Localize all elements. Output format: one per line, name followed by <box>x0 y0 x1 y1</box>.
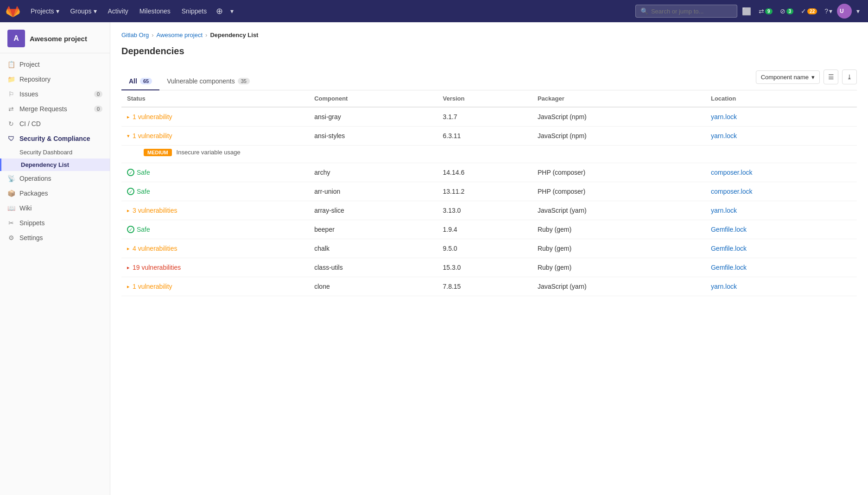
nav-groups[interactable]: Groups ▾ <box>66 6 101 17</box>
sidebar-item-snippets[interactable]: ✂ Snippets <box>0 216 110 230</box>
nav-projects[interactable]: Projects ▾ <box>26 6 64 17</box>
table-row: ▸ 3 vulnerabilities array-slice3.13.0Jav… <box>121 201 857 220</box>
sort-dropdown[interactable]: Component name ▾ <box>756 70 820 84</box>
vulnerability-detail-row: MEDIUMInsecure variable usage <box>121 146 857 163</box>
location-cell: yarn.lock <box>705 127 857 146</box>
breadcrumb: Gitlab Org › Awesome project › Dependenc… <box>121 32 857 38</box>
breadcrumb-project[interactable]: Awesome project <box>157 32 203 38</box>
breadcrumb-current: Dependency List <box>210 32 258 38</box>
location-cell: Gemfile.lock <box>705 258 857 277</box>
vulnerability-link[interactable]: ▸ 19 vulnerabilities <box>127 264 303 271</box>
location-link[interactable]: yarn.lock <box>711 207 737 214</box>
nav-milestones[interactable]: Milestones <box>135 6 175 17</box>
table-row: ✓ Safe archy14.14.6PHP (composer)compose… <box>121 163 857 182</box>
packager-cell: JavaScript (npm) <box>532 107 705 127</box>
nav-snippets[interactable]: Snippets <box>177 6 211 17</box>
component-cell: ansi-styles <box>309 127 437 146</box>
toolbar: Component name ▾ ☰ ⤓ <box>756 64 857 90</box>
sidebar-nav: 📋 Project 📁 Repository ⚐ Issues 0 ⇄ Merg… <box>0 53 110 249</box>
sidebar-item-ci-cd[interactable]: ↻ CI / CD <box>0 116 110 131</box>
safe-icon: ✓ <box>127 169 134 176</box>
sidebar-item-security[interactable]: 🛡 Security & Compliance <box>0 131 110 146</box>
status-cell: ✓ Safe <box>121 163 309 182</box>
sidebar-item-repository[interactable]: 📁 Repository <box>0 72 110 87</box>
sidebar-subitem-security-dashboard[interactable]: Security Dashboard <box>0 146 110 159</box>
vulnerability-description: Insecure variable usage <box>177 149 241 156</box>
export-button[interactable]: ⤓ <box>842 70 857 84</box>
vulnerability-detail-cell: MEDIUMInsecure variable usage <box>121 146 857 163</box>
nav-issues-icon[interactable]: ⊕ <box>213 4 226 18</box>
table-row: ▸ 19 vulnerabilities class-utils15.3.0Ru… <box>121 258 857 277</box>
sidebar-item-operations[interactable]: 📡 Operations <box>0 171 110 186</box>
col-status: Status <box>121 90 309 107</box>
search-input[interactable] <box>651 8 732 15</box>
sidebar-item-wiki[interactable]: 📖 Wiki <box>0 201 110 216</box>
location-cell: composer.lock <box>705 163 857 182</box>
status-cell: ✓ Safe <box>121 182 309 201</box>
col-packager: Packager <box>532 90 705 107</box>
location-cell: Gemfile.lock <box>705 220 857 239</box>
nav-user-avatar[interactable]: U <box>837 4 852 19</box>
nav-issues-badge[interactable]: ⊘ 3 <box>777 6 797 17</box>
status-cell: ▸ 4 vulnerabilities <box>121 239 309 258</box>
sidebar-item-project[interactable]: 📋 Project <box>0 57 110 72</box>
nav-terminal-icon[interactable]: ⬜ <box>739 5 754 18</box>
filter-button[interactable]: ☰ <box>824 70 838 84</box>
global-search[interactable]: 🔍 <box>635 5 737 18</box>
project-avatar: A <box>7 30 25 47</box>
safe-badge: ✓ Safe <box>127 188 303 195</box>
search-icon: 🔍 <box>640 7 648 15</box>
sidebar-subitem-dependency-list[interactable]: Dependency List <box>0 159 110 171</box>
location-link[interactable]: composer.lock <box>711 188 752 195</box>
snippets-icon: ✂ <box>7 219 15 227</box>
vulnerability-link[interactable]: ▸ 4 vulnerabilities <box>127 245 303 252</box>
status-cell: ▸ 1 vulnerability <box>121 277 309 296</box>
vulnerability-link[interactable]: ▾ 1 vulnerability <box>127 132 303 140</box>
location-link[interactable]: yarn.lock <box>711 283 737 290</box>
packages-icon: 📦 <box>7 190 15 197</box>
top-navigation: Projects ▾ Groups ▾ Activity Milestones … <box>0 0 868 22</box>
nav-help[interactable]: ?▾ <box>822 6 835 17</box>
nav-merge-requests-badge[interactable]: ⇄ 9 <box>756 6 775 17</box>
col-location: Location <box>705 90 857 107</box>
sidebar-item-packages[interactable]: 📦 Packages <box>0 186 110 201</box>
vulnerability-link[interactable]: ▸ 1 vulnerability <box>127 283 303 290</box>
nav-activity[interactable]: Activity <box>103 6 133 17</box>
vulnerability-link[interactable]: ▸ 3 vulnerabilities <box>127 207 303 214</box>
version-cell: 3.13.0 <box>437 201 532 220</box>
export-icon: ⤓ <box>847 73 852 81</box>
vulnerability-link[interactable]: ▸ 1 vulnerability <box>127 113 303 121</box>
location-cell: yarn.lock <box>705 107 857 127</box>
status-cell: ▸ 3 vulnerabilities <box>121 201 309 220</box>
col-version: Version <box>437 90 532 107</box>
table-row: ✓ Safe beeper1.9.4Ruby (gem)Gemfile.lock <box>121 220 857 239</box>
sidebar-item-merge-requests[interactable]: ⇄ Merge Requests 0 <box>0 102 110 116</box>
breadcrumb-sep-2: › <box>205 32 207 38</box>
version-cell: 9.5.0 <box>437 239 532 258</box>
nav-todos-badge[interactable]: ✓ 22 <box>798 6 820 17</box>
component-cell: chalk <box>309 239 437 258</box>
location-link[interactable]: composer.lock <box>711 169 752 176</box>
status-cell: ▸ 19 vulnerabilities <box>121 258 309 277</box>
operations-icon: 📡 <box>7 175 15 182</box>
location-link[interactable]: Gemfile.lock <box>711 226 747 233</box>
project-header[interactable]: A Awesome project <box>0 22 110 53</box>
location-link[interactable]: yarn.lock <box>711 132 737 140</box>
location-link[interactable]: Gemfile.lock <box>711 264 747 271</box>
nav-user-dropdown[interactable]: ▾ <box>854 6 862 17</box>
tab-vulnerable[interactable]: Vulnerable components 35 <box>159 73 257 90</box>
nav-plus-dropdown[interactable]: ▾ <box>228 6 236 17</box>
sidebar-item-issues[interactable]: ⚐ Issues 0 <box>0 87 110 102</box>
safe-icon: ✓ <box>127 188 134 195</box>
issues-icon: ⚐ <box>7 90 15 98</box>
location-cell: Gemfile.lock <box>705 239 857 258</box>
chevron-icon: ▸ <box>127 208 130 214</box>
col-component: Component <box>309 90 437 107</box>
breadcrumb-org[interactable]: Gitlab Org <box>121 32 149 38</box>
tab-all[interactable]: All 65 <box>121 73 159 90</box>
location-link[interactable]: yarn.lock <box>711 113 737 121</box>
dependency-tabs: All 65 Vulnerable components 35 <box>121 73 257 90</box>
sidebar-item-settings[interactable]: ⚙ Settings <box>0 230 110 245</box>
gitlab-logo[interactable] <box>6 4 20 19</box>
location-link[interactable]: Gemfile.lock <box>711 245 747 252</box>
